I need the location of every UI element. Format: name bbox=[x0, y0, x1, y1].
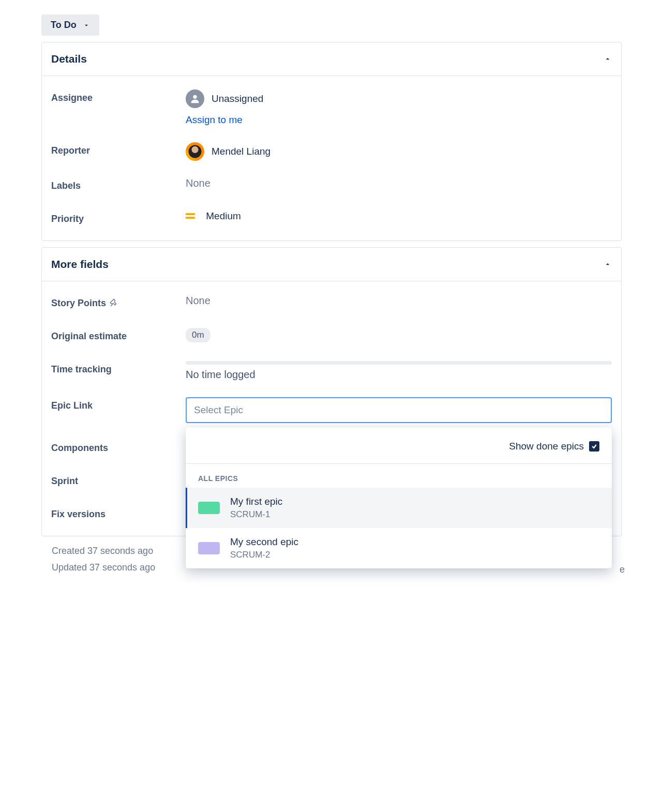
assignee-value[interactable]: Unassigned Assign to me bbox=[186, 89, 612, 126]
reporter-name: Mendel Liang bbox=[212, 146, 270, 157]
pin-icon[interactable] bbox=[109, 298, 118, 308]
original-estimate-row: Original estimate 0m bbox=[42, 320, 621, 353]
priority-medium-icon bbox=[186, 213, 195, 220]
epic-link-label: Epic Link bbox=[51, 397, 186, 414]
svg-line-1 bbox=[111, 304, 113, 306]
assignee-label: Assignee bbox=[51, 89, 186, 106]
time-tracking-text: No time logged bbox=[186, 369, 612, 381]
epic-group-label: ALL EPICS bbox=[186, 464, 612, 488]
epic-color-swatch bbox=[198, 502, 220, 514]
epic-link-input[interactable] bbox=[186, 397, 612, 423]
epic-option[interactable]: My first epic SCRUM-1 bbox=[186, 488, 612, 528]
assign-to-me-link[interactable]: Assign to me bbox=[186, 114, 612, 126]
reporter-avatar bbox=[186, 142, 204, 161]
assignee-name: Unassigned bbox=[212, 93, 263, 104]
show-done-epics-label: Show done epics bbox=[509, 441, 584, 452]
epic-name: My second epic bbox=[230, 536, 298, 548]
details-panel-header[interactable]: Details bbox=[42, 42, 621, 76]
chevron-up-icon bbox=[604, 260, 612, 268]
original-estimate-value[interactable]: 0m bbox=[186, 328, 612, 342]
labels-none: None bbox=[186, 177, 210, 189]
original-estimate-label: Original estimate bbox=[51, 328, 186, 344]
more-fields-heading: More fields bbox=[51, 258, 109, 270]
configure-link-fragment[interactable]: e bbox=[620, 564, 625, 575]
reporter-value[interactable]: Mendel Liang bbox=[186, 142, 612, 161]
reporter-label: Reporter bbox=[51, 142, 186, 159]
priority-row: Priority Medium bbox=[42, 202, 621, 235]
time-tracking-row: Time tracking No time logged bbox=[42, 353, 621, 389]
show-done-epics-checkbox[interactable] bbox=[589, 441, 599, 452]
priority-value[interactable]: Medium bbox=[186, 210, 612, 222]
epic-name: My first epic bbox=[230, 496, 282, 507]
priority-label: Priority bbox=[51, 210, 186, 227]
fix-versions-label: Fix versions bbox=[51, 506, 186, 522]
epic-dropdown: Show done epics ALL EPICS My first epic … bbox=[186, 427, 612, 568]
labels-label: Labels bbox=[51, 177, 186, 194]
time-tracking-value[interactable]: No time logged bbox=[186, 361, 612, 381]
epic-color-swatch bbox=[198, 542, 220, 554]
more-fields-panel-header[interactable]: More fields bbox=[42, 248, 621, 281]
epic-option[interactable]: My second epic SCRUM-2 bbox=[186, 528, 612, 568]
estimate-lozenge: 0m bbox=[186, 328, 210, 342]
chevron-down-icon bbox=[83, 22, 90, 29]
time-tracking-bar bbox=[186, 361, 612, 365]
story-points-value[interactable]: None bbox=[186, 295, 612, 307]
epic-key: SCRUM-2 bbox=[230, 550, 298, 560]
status-dropdown-button[interactable]: To Do bbox=[41, 14, 99, 36]
story-points-row: Story Points None bbox=[42, 287, 621, 320]
components-label: Components bbox=[51, 440, 186, 456]
sprint-label: Sprint bbox=[51, 473, 186, 489]
details-heading: Details bbox=[51, 53, 87, 65]
epic-key: SCRUM-1 bbox=[230, 509, 282, 520]
svg-point-0 bbox=[193, 95, 197, 99]
assignee-row: Assignee Unassigned Assign to me bbox=[42, 81, 621, 134]
reporter-row: Reporter Mendel Liang bbox=[42, 134, 621, 169]
labels-value[interactable]: None bbox=[186, 177, 612, 189]
details-panel: Details Assignee Unassigned Assign to me… bbox=[41, 42, 622, 241]
epic-link-row: Epic Link Show done epics ALL EPICS bbox=[42, 389, 621, 431]
more-fields-panel: More fields Story Points None Original e… bbox=[41, 247, 622, 536]
labels-row: Labels None bbox=[42, 169, 621, 202]
unassigned-avatar-icon bbox=[186, 89, 204, 108]
status-label: To Do bbox=[51, 20, 77, 31]
story-points-label: Story Points bbox=[51, 295, 186, 311]
chevron-up-icon bbox=[604, 55, 612, 63]
time-tracking-label: Time tracking bbox=[51, 361, 186, 378]
priority-text: Medium bbox=[206, 210, 241, 221]
